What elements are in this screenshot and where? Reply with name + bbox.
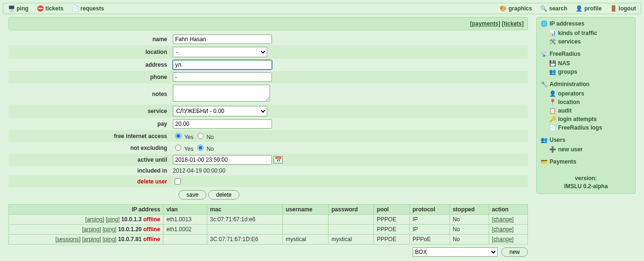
nex-no-radio[interactable] — [197, 145, 203, 151]
fia-yes-radio[interactable] — [175, 133, 181, 139]
delete-user-checkbox[interactable] — [175, 178, 181, 184]
save-button[interactable]: save — [178, 190, 206, 200]
monitor-icon: 🖥️ — [8, 5, 15, 12]
top-toolbar: 🖥️ping ⛔tickets 📄requests 🎨graphics 🔍sea… — [3, 3, 641, 14]
cell-pool: PPPOE — [374, 235, 410, 244]
item-icon: 📄 — [549, 124, 556, 131]
ping-link[interactable]: [ping] — [106, 216, 119, 223]
cell-stopped: No — [449, 225, 489, 235]
sidebar-item[interactable]: 📊kinds of traffic — [549, 29, 631, 37]
cell-pool: PPPOE — [374, 225, 410, 235]
ip-value: 10.0.7.81 — [118, 236, 142, 243]
sidebar-group: 💳Payments — [541, 158, 631, 165]
sessions-link[interactable]: [sessions] — [55, 236, 80, 243]
table-row: [arping] [ping] 10.0.1.20 offlineeth1.00… — [9, 225, 528, 235]
location-label: location — [8, 45, 170, 59]
pay-field[interactable] — [173, 119, 272, 129]
toolbar-right: 🎨graphics 🔍search 👤profile 🚪logout — [500, 5, 636, 12]
search-icon: 🔍 — [541, 5, 547, 12]
cell-pool: PPPOE — [374, 215, 410, 225]
nex-yes-radio[interactable] — [175, 145, 181, 151]
delete-button[interactable]: delete — [208, 190, 240, 200]
sidebar-group: 👥Users➕new user — [541, 137, 631, 154]
toolbar-requests[interactable]: 📄requests — [72, 5, 104, 12]
new-ip-select[interactable]: BOX — [413, 247, 498, 257]
change-link[interactable]: [change] — [492, 236, 514, 243]
sidebar-item[interactable]: 📍location — [549, 98, 631, 106]
sidebar-item[interactable]: 👥groups — [549, 68, 631, 76]
ping-link[interactable]: [ping] — [102, 226, 116, 233]
item-icon: 📍 — [549, 99, 556, 105]
payments-link[interactable]: [payments] — [470, 20, 500, 27]
toolbar-logout[interactable]: 🚪logout — [610, 5, 636, 12]
fia-no-radio[interactable] — [197, 133, 203, 139]
cell-action: [change] — [489, 235, 527, 244]
phone-field[interactable] — [173, 72, 272, 82]
th-username: username — [283, 205, 329, 215]
cell-protocol: PPPoE — [409, 235, 449, 244]
sidebar-item[interactable]: 🔑login attempts — [549, 115, 631, 123]
new-ip-button[interactable]: new — [501, 247, 528, 257]
tickets-link[interactable]: [tickets] — [502, 20, 524, 27]
sidebar-item[interactable]: 👤operators — [549, 89, 631, 98]
notes-label: notes — [8, 83, 170, 104]
sidebar-item[interactable]: 🛠️services — [549, 37, 631, 46]
arping-link[interactable]: [arping] — [82, 226, 101, 233]
version-info: version: IMSLU 0.2-alpha — [541, 174, 631, 191]
service-select[interactable]: СЛУЖЕБНИ - 0.00 — [173, 106, 267, 116]
toolbar-profile[interactable]: 👤profile — [576, 5, 602, 12]
change-link[interactable]: [change] — [492, 226, 514, 233]
toolbar-search[interactable]: 🔍search — [541, 5, 568, 12]
logout-icon: 🚪 — [610, 5, 617, 12]
cell-vlan: eth1.0013 — [163, 215, 207, 225]
arping-link[interactable]: [arping] — [82, 236, 101, 243]
change-link[interactable]: [change] — [492, 216, 514, 223]
sidebar-item[interactable]: 💾NAS — [549, 59, 631, 68]
notes-field[interactable] — [173, 85, 270, 102]
cell-stopped: No — [449, 215, 489, 225]
item-icon: 🛠️ — [549, 38, 556, 45]
table-row: [arping] [ping] 10.0.1.3 offlineeth1.001… — [9, 215, 528, 225]
th-pool: pool — [374, 205, 410, 215]
fia-no-text: No — [206, 134, 213, 140]
sidebar-head[interactable]: 💳Payments — [541, 158, 631, 165]
sidebar-item[interactable]: 📋audit — [549, 106, 631, 115]
ip-value: 10.0.1.3 — [121, 216, 142, 223]
active-field[interactable] — [173, 155, 272, 165]
sidebar-head[interactable]: 🔧Administration — [541, 81, 631, 87]
fia-label: free internet access — [8, 130, 170, 142]
sidebar-item[interactable]: ➕new user — [549, 145, 631, 154]
sidebar-head[interactable]: 📡FreeRadius — [541, 51, 631, 57]
top-links: [payments] [tickets] — [8, 17, 528, 30]
sidebar-group: 🌐IP addresses📊kinds of traffic🛠️services — [541, 20, 631, 46]
sidebar-head[interactable]: 👥Users — [541, 137, 631, 143]
arping-link[interactable]: [arping] — [85, 216, 104, 223]
ping-link[interactable]: [ping] — [102, 236, 116, 243]
delete-user-label: delete user — [8, 175, 170, 187]
cell-password — [329, 225, 374, 235]
toolbar-left: 🖥️ping ⛔tickets 📄requests — [8, 5, 104, 12]
cell-action: [change] — [489, 215, 527, 225]
name-field[interactable] — [173, 35, 272, 44]
location-select[interactable]: - — [173, 47, 267, 57]
ip-table: IP address vlan mac username password po… — [8, 204, 528, 244]
cell-protocol: IP — [409, 215, 449, 225]
toolbar-graphics[interactable]: 🎨graphics — [500, 5, 532, 12]
toolbar-ping[interactable]: 🖥️ping — [8, 5, 28, 12]
th-action: action — [489, 205, 527, 215]
stop-icon: ⛔ — [37, 5, 43, 12]
calendar-icon[interactable]: 📅 — [273, 156, 283, 164]
sidebar-head[interactable]: 🌐IP addresses — [541, 20, 631, 27]
th-vlan: vlan — [163, 205, 207, 215]
item-icon: 🔑 — [549, 116, 556, 122]
toolbar-tickets[interactable]: ⛔tickets — [37, 5, 63, 12]
sidebar-items: ➕new user — [549, 145, 631, 154]
sidebar-item[interactable]: 📄FreeRadius logs — [549, 123, 631, 132]
cell-username: mystical — [283, 235, 329, 244]
th-protocol: protocol — [409, 205, 449, 215]
th-stopped: stopped — [449, 205, 489, 215]
group-icon: 📡 — [541, 51, 547, 57]
th-mac: mac — [207, 205, 282, 215]
address-field[interactable] — [173, 60, 272, 70]
sidebar-items: 👤operators📍location📋audit🔑login attempts… — [549, 89, 631, 132]
